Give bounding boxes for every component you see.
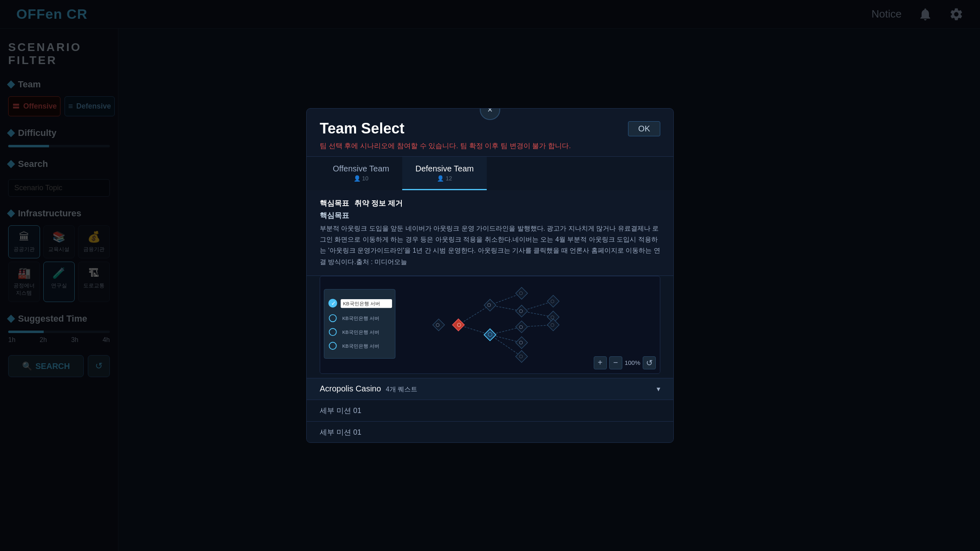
svg-text:KB국민은행 서버: KB국민은행 서버	[342, 329, 379, 335]
svg-text:KB국민은행 서버: KB국민은행 서버	[343, 300, 380, 306]
quest-title-text-1: Acropolis Casino	[320, 384, 381, 393]
svg-text:⬡: ⬡	[436, 322, 440, 327]
modal-subtitle: 팀 선택 후에 시나리오에 참여할 수 있습니다. 팀 확정 이후 팀 변경이 …	[320, 141, 660, 151]
quest-header-1[interactable]: Acropolis Casino 4개 퀘스트 ▾	[307, 378, 673, 400]
svg-text:✓: ✓	[331, 300, 336, 306]
def-count-val: 12	[445, 175, 452, 182]
chevron-down-icon-1: ▾	[657, 384, 660, 393]
svg-text:⬡: ⬡	[519, 291, 523, 295]
zoom-minus-btn[interactable]: −	[609, 356, 622, 369]
svg-text:⬡: ⬡	[519, 340, 523, 345]
svg-text:⬡: ⬡	[519, 309, 523, 313]
tab-defensive-label: Defensive Team	[415, 164, 474, 173]
tab-defensive-count: 👤 12	[437, 175, 452, 182]
modal-title: Team Select	[320, 120, 404, 137]
tab-offensive[interactable]: Offensive Team 👤 10	[320, 157, 402, 190]
network-diagram: ✓ KB국민은행 서버 KB국민은행 서버 KB국민은행 서버 KB국민은행 서…	[320, 276, 660, 374]
subtitle-warning: 팀 변경이 불가	[501, 142, 546, 150]
svg-text:⬡: ⬡	[488, 331, 492, 338]
quest-toggle-1: ▾	[657, 384, 660, 393]
quest-item-1-0: 세부 미션 01	[307, 400, 673, 421]
modal-keyword-row: 핵심목표 취약 정보 제거	[320, 198, 660, 208]
person-icon-def: 👤	[437, 175, 444, 182]
svg-text:KB국민은행 서버: KB국민은행 서버	[342, 315, 379, 321]
tab-offensive-count: 👤 10	[354, 175, 369, 182]
svg-text:⬡: ⬡	[519, 324, 523, 329]
svg-text:⬡: ⬡	[550, 299, 555, 304]
quest-title-1: Acropolis Casino 4개 퀘스트	[320, 384, 417, 394]
quest-badge-1: 4개 퀘스트	[386, 386, 417, 393]
svg-text:⬡: ⬡	[487, 302, 491, 307]
tab-defensive[interactable]: Defensive Team 👤 12	[402, 157, 487, 190]
subtitle-text: 팀 선택 후에 시나리오에 참여할 수 있습니다. 팀 확정 이후	[320, 142, 499, 150]
modal-title-row: Team Select OK	[320, 120, 660, 137]
modal-desc-text: 부분적 아웃링크 도입을 앞둔 네이버가 아웃링크 운영 가이드라인을 발행했다…	[320, 223, 660, 267]
modal-overlay: × Team Select OK 팀 선택 후에 시나리오에 참여할 수 있습니…	[0, 0, 980, 551]
quest-section: Acropolis Casino 4개 퀘스트 ▾ 세부 미션 01 세부 미션…	[307, 378, 673, 442]
desc-label: 핵심목표	[320, 211, 349, 220]
keyword-value: 취약 정보 제거	[354, 199, 403, 207]
network-controls: + − 100% ↺	[594, 356, 656, 369]
svg-text:⬡: ⬡	[457, 322, 461, 327]
svg-text:KB국민은행 서버: KB국민은행 서버	[342, 343, 379, 349]
modal-info-section: 핵심목표 취약 정보 제거 핵심목표 부분적 아웃링크 도입을 앞둔 네이버가 …	[307, 190, 673, 276]
subtitle-end: 합니다.	[548, 142, 571, 150]
person-icon-off: 👤	[354, 175, 361, 182]
tab-offensive-label: Offensive Team	[333, 164, 389, 173]
modal-ok-button[interactable]: OK	[628, 121, 660, 136]
team-select-modal: × Team Select OK 팀 선택 후에 시나리오에 참여할 수 있습니…	[306, 108, 674, 443]
zoom-level: 100%	[625, 359, 640, 366]
modal-desc-header: 핵심목표	[320, 211, 660, 220]
zoom-plus-btn[interactable]: +	[594, 356, 607, 369]
modal-body: 핵심목표 취약 정보 제거 핵심목표 부분적 아웃링크 도입을 앞둔 네이버가 …	[307, 190, 673, 442]
svg-text:⬡: ⬡	[550, 322, 555, 327]
zoom-refresh-btn[interactable]: ↺	[643, 356, 656, 369]
off-count-val: 10	[362, 175, 369, 182]
keyword-label: 핵심목표	[320, 199, 349, 207]
modal-tabs: Offensive Team 👤 10 Defensive Team 👤 12	[307, 157, 673, 190]
quest-item-1-1: 세부 미션 01	[307, 421, 673, 442]
svg-text:⬡: ⬡	[550, 314, 555, 319]
svg-text:⬡: ⬡	[519, 354, 523, 359]
